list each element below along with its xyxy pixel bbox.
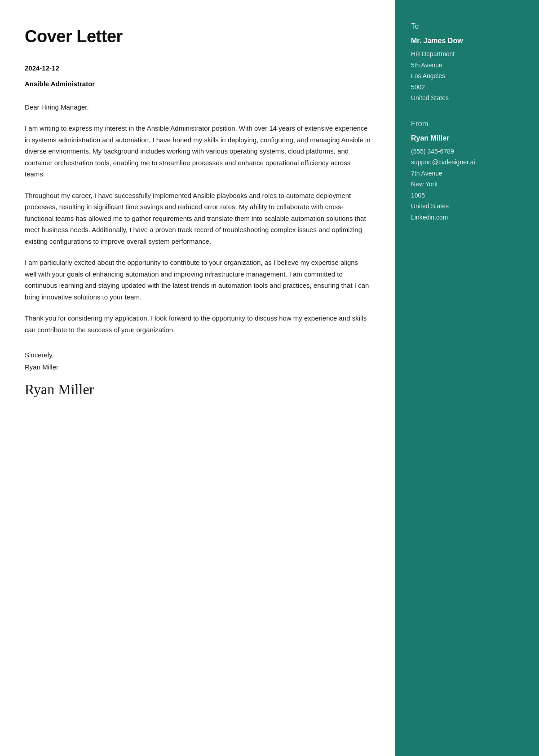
sender-email: support@cvdesigner.ai [411,157,523,168]
sender-name: Ryan Miller [411,134,523,142]
page-title: Cover Letter [25,27,371,46]
sender-street: 7th Avenue [411,168,523,179]
recipient-city: Los Angeles [411,70,523,82]
closing-name: Ryan Miller [25,361,371,373]
sender-city: New York [411,179,523,190]
closing-text: Sincerely, [25,349,371,361]
job-title: Ansible Administrator [25,80,371,88]
sidebar: To Mr. James Dow HR Department 5th Avenu… [395,0,539,756]
paragraph-2: Throughout my career, I have successfull… [25,190,371,247]
paragraph-4: Thank you for considering my application… [25,312,371,335]
recipient-country: United States [411,92,523,104]
to-label: To [411,22,523,31]
greeting: Dear Hiring Manager, [25,102,371,113]
date: 2024-12-12 [25,64,371,72]
recipient-name: Mr. James Dow [411,37,523,45]
page: Cover Letter 2024-12-12 Ansible Administ… [0,0,539,756]
main-content: Cover Letter 2024-12-12 Ansible Administ… [0,0,395,756]
paragraph-1: I am writing to express my interest in t… [25,123,371,180]
recipient-department: HR Department [411,48,523,60]
paragraph-3: I am particularly excited about the oppo… [25,257,371,303]
sender-country: United States [411,201,523,212]
signature: Ryan Miller [25,381,371,398]
sender-website: Linkedin.com [411,212,523,223]
closing-block: Sincerely, Ryan Miller Ryan Miller [25,349,371,398]
recipient-street: 5th Avenue [411,60,523,71]
from-label: From [411,120,523,128]
sender-phone: (555) 345-6789 [411,146,523,157]
sender-postal: 1005 [411,190,523,201]
recipient-postal: 5002 [411,82,523,93]
